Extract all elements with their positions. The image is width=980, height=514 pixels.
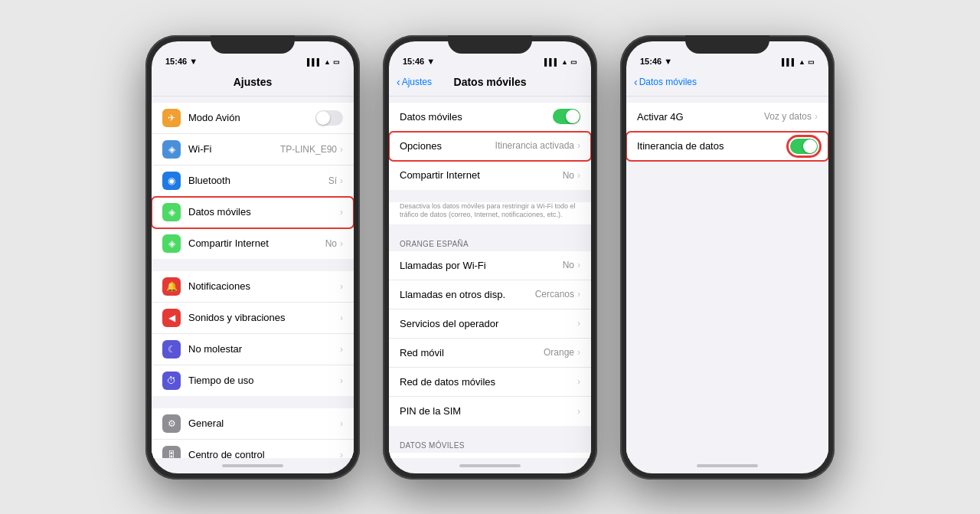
- row-icon: ⚙: [162, 414, 181, 433]
- settings-row[interactable]: ◈Compartir InternetNo›: [152, 228, 354, 259]
- toggle-switch[interactable]: [553, 109, 580, 124]
- settings-group: Periodo actual27,8 GBPeriodo de itineran…: [389, 453, 591, 458]
- section-gap: [389, 190, 591, 202]
- chevron-icon: ›: [577, 260, 580, 270]
- back-button[interactable]: ‹Ajustes: [397, 76, 432, 88]
- settings-row[interactable]: PIN de la SIM›: [389, 397, 591, 426]
- settings-row[interactable]: Compartir InternetNo›: [389, 161, 591, 190]
- settings-row[interactable]: Itinerancia de datos: [626, 132, 828, 161]
- chevron-icon: ›: [340, 344, 343, 355]
- row-label: Servicios del operador: [400, 318, 577, 329]
- row-label: Llamadas por Wi-Fi: [400, 260, 563, 271]
- chevron-icon: ›: [340, 207, 343, 218]
- settings-row[interactable]: Llamadas en otros disp.Cercanos›: [389, 280, 591, 309]
- settings-list: Datos móvilesOpcionesItinerancia activad…: [389, 97, 591, 458]
- phone-1: 15:46 ▼ ▌▌▌ ▲ ▭ Ajustes✈Modo Avión◈Wi-Fi…: [145, 35, 360, 480]
- chevron-icon: ›: [577, 318, 580, 329]
- chevron-icon: ›: [340, 418, 343, 429]
- toggle-switch[interactable]: [315, 110, 343, 126]
- signal-icon: ▌▌▌: [544, 58, 559, 66]
- back-arrow-icon: ‹: [397, 76, 400, 88]
- settings-row[interactable]: 🎛Centro de control›: [152, 440, 354, 458]
- settings-group: Llamadas por Wi-FiNo›Llamadas en otros d…: [389, 251, 591, 426]
- row-label: Modo Avión: [188, 112, 315, 123]
- row-label: Itinerancia de datos: [637, 140, 790, 152]
- back-button[interactable]: ‹Datos móviles: [634, 76, 697, 88]
- wifi-icon: ▲: [324, 58, 331, 66]
- settings-row[interactable]: ⏱Tiempo de uso›: [152, 365, 354, 396]
- chevron-icon: ›: [577, 347, 580, 358]
- row-label: Red de datos móviles: [400, 376, 577, 388]
- settings-row[interactable]: Activar 4GVoz y datos›: [626, 103, 828, 132]
- settings-row[interactable]: OpcionesItinerancia activada›: [389, 132, 591, 161]
- row-label: Sonidos y vibraciones: [188, 312, 340, 323]
- chevron-icon: ›: [577, 289, 580, 300]
- section-subtext: Desactiva los datos móviles para restrin…: [389, 202, 591, 224]
- settings-row[interactable]: Red móvilOrange›: [389, 339, 591, 368]
- wifi-icon: ▲: [799, 58, 805, 66]
- row-icon: ⏱: [162, 372, 181, 390]
- screen-content: Ajustes✈Modo Avión◈Wi-FiTP-LINK_E90›◉Blu…: [152, 69, 354, 458]
- wifi-icon: ▲: [561, 58, 568, 66]
- settings-row[interactable]: Periodo actual27,8 GB: [389, 453, 591, 458]
- settings-row[interactable]: ◀Sonidos y vibraciones›: [152, 303, 354, 334]
- chevron-icon: ›: [577, 170, 580, 181]
- section-gap: [152, 259, 354, 271]
- section-gap: [389, 97, 591, 103]
- settings-row[interactable]: ◉BluetoothSí›: [152, 165, 354, 197]
- toggle-thumb: [566, 110, 580, 123]
- settings-row[interactable]: ⚙General›: [152, 408, 354, 440]
- settings-list: Activar 4GVoz y datos›Itinerancia de dat…: [626, 97, 828, 458]
- settings-row[interactable]: ◈Datos móviles›: [152, 197, 354, 228]
- settings-row[interactable]: Llamadas por Wi-FiNo›: [389, 251, 591, 280]
- settings-row[interactable]: ◈Wi-FiTP-LINK_E90›: [152, 134, 354, 165]
- home-bar: [697, 464, 758, 467]
- row-icon: ◈: [162, 203, 181, 221]
- notch: [685, 35, 769, 54]
- settings-row[interactable]: ✈Modo Avión: [152, 103, 354, 134]
- row-label: Datos móviles: [400, 111, 553, 123]
- notch: [448, 35, 532, 54]
- settings-row[interactable]: ☾No molestar›: [152, 334, 354, 365]
- settings-row[interactable]: 🔔Notificaciones›: [152, 271, 354, 303]
- chevron-icon: ›: [340, 281, 343, 292]
- nav-title: Datos móviles: [454, 76, 527, 88]
- section-label: DATOS MÓVILES: [389, 438, 591, 453]
- toggle-thumb: [803, 139, 817, 153]
- battery-icon: ▭: [570, 58, 577, 66]
- row-value: No: [563, 260, 574, 270]
- row-icon: 🎛: [162, 446, 181, 458]
- signal-icon: ▌▌▌: [782, 58, 796, 66]
- chevron-icon: ›: [577, 406, 580, 417]
- row-label: General: [188, 417, 340, 429]
- row-value: No: [325, 238, 337, 249]
- settings-group: Activar 4GVoz y datos›Itinerancia de dat…: [626, 103, 828, 161]
- screen-content: ‹Datos móvilesActivar 4GVoz y datos›Itin…: [626, 69, 828, 458]
- row-icon: ◉: [162, 172, 181, 190]
- notch: [211, 35, 295, 54]
- home-bar: [459, 464, 521, 467]
- row-label: Wi-Fi: [188, 143, 280, 155]
- chevron-icon: ›: [577, 376, 580, 387]
- row-label: Activar 4G: [637, 111, 764, 123]
- phone-3: 15:46 ▼ ▌▌▌ ▲ ▭ ‹Datos móvilesActivar 4G…: [620, 35, 835, 480]
- settings-group: ✈Modo Avión◈Wi-FiTP-LINK_E90›◉BluetoothS…: [152, 103, 354, 259]
- row-label: Opciones: [400, 140, 495, 152]
- toggle-switch[interactable]: [790, 139, 818, 154]
- row-value: TP-LINK_E90: [280, 144, 337, 155]
- settings-row[interactable]: Servicios del operador›: [389, 309, 591, 339]
- chevron-icon: ›: [340, 375, 343, 386]
- row-label: No molestar: [188, 343, 340, 355]
- nav-bar: Ajustes: [152, 69, 354, 97]
- section-gap: [389, 224, 591, 237]
- settings-row[interactable]: Red de datos móviles›: [389, 368, 591, 397]
- status-icons: ▌▌▌ ▲ ▭: [307, 58, 340, 66]
- settings-row[interactable]: Datos móviles: [389, 103, 591, 132]
- row-label: Red móvil: [400, 347, 544, 358]
- back-arrow-icon: ‹: [634, 76, 638, 88]
- back-label: Datos móviles: [639, 77, 697, 87]
- home-indicator: [626, 458, 828, 473]
- toggle-thumb: [316, 111, 330, 125]
- row-icon: 🔔: [162, 277, 181, 296]
- row-value: Orange: [544, 347, 574, 358]
